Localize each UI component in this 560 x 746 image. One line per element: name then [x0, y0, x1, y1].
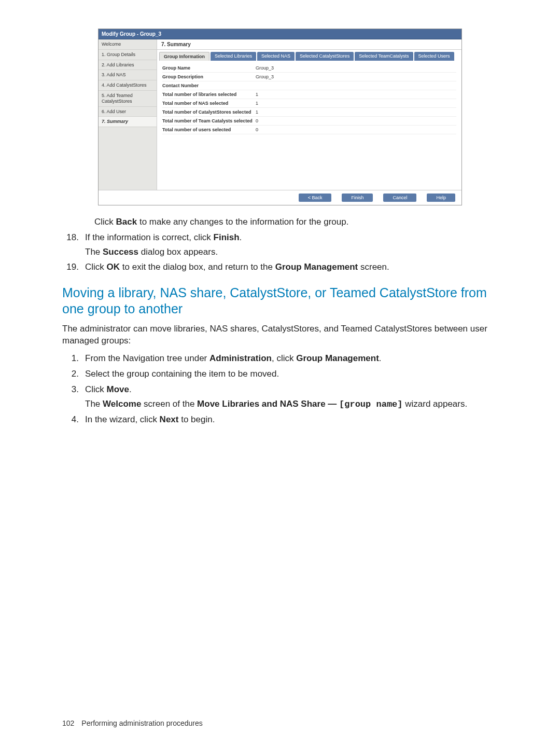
help-button[interactable]: Help	[427, 194, 455, 202]
label-total-team-catalysts: Total number of Team Catalysts selected	[162, 118, 256, 123]
move-step-3: 3. Click Move. The Welcome screen of the…	[62, 383, 498, 411]
label-group-name: Group Name	[162, 65, 256, 71]
back-button[interactable]: < Back	[299, 194, 332, 202]
value-group-description: Group_3	[256, 74, 456, 79]
move-step-4: 4. In the wizard, click Next to begin.	[62, 413, 498, 426]
value-total-team-catalysts: 0	[256, 118, 456, 123]
label-total-libraries: Total number of libraries selected	[162, 92, 256, 97]
step-add-libraries[interactable]: 2. Add Libraries	[99, 60, 157, 71]
summary-heading: 7. Summary	[157, 39, 461, 50]
step-number: 1.	[62, 352, 85, 365]
step-number: 4.	[62, 413, 85, 426]
move-step-2: 2. Select the group containing the item …	[62, 368, 498, 380]
step-number: 2.	[62, 368, 85, 380]
step-19: 19. Click OK to exit the dialog box, and…	[62, 261, 498, 273]
step-add-catalyststores[interactable]: 4. Add CatalystStores	[99, 80, 157, 91]
step-group-details[interactable]: 1. Group Details	[99, 50, 157, 60]
label-group-description: Group Description	[162, 74, 256, 79]
intro-paragraph: The administrator can move libraries, NA…	[62, 323, 498, 348]
page-number: 102	[62, 719, 74, 727]
step-add-user[interactable]: 6. Add User	[99, 107, 157, 117]
window-titlebar: Modify Group - Group_3	[99, 29, 461, 39]
move-step-1: 1. From the Navigation tree under Admini…	[62, 352, 498, 365]
label-contact-number: Contact Number	[162, 83, 256, 88]
step-welcome[interactable]: Welcome	[99, 39, 157, 50]
step-number: 3.	[62, 383, 85, 411]
wizard-button-bar: < Back Finish Cancel Help	[99, 190, 461, 205]
label-total-nas: Total number of NAS selected	[162, 101, 256, 106]
value-total-users: 0	[256, 127, 456, 132]
summary-table: Group NameGroup_3 Group DescriptionGroup…	[157, 61, 461, 190]
step-18: 18. If the information is correct, click…	[62, 231, 498, 258]
label-total-catalyststores: Total number of CatalystStores selected	[162, 109, 256, 115]
para-click-back: Click Back to make any changes to the in…	[62, 216, 498, 228]
step-summary[interactable]: 7. Summary	[99, 117, 157, 127]
page-footer: 102Performing administration procedures	[62, 719, 203, 727]
wizard-steps-panel: Welcome 1. Group Details 2. Add Librarie…	[99, 39, 157, 190]
step-number: 18.	[62, 231, 85, 258]
finish-button[interactable]: Finish	[342, 194, 373, 202]
tab-group-information[interactable]: Group Information	[159, 52, 209, 61]
section-heading: Moving a library, NAS share, CatalystSto…	[62, 285, 498, 317]
tab-selected-libraries[interactable]: Selected Libraries	[211, 52, 256, 61]
tab-selected-catalyststores[interactable]: Selected CatalystStores	[296, 52, 354, 61]
value-total-libraries: 1	[256, 92, 456, 97]
step-number: 19.	[62, 261, 85, 273]
step-add-teamed-catalyststores[interactable]: 5. Add Teamed CatalystStores	[99, 91, 157, 107]
wizard-screenshot: Modify Group - Group_3 Welcome 1. Group …	[98, 29, 462, 205]
label-total-users: Total number of users selected	[162, 127, 256, 132]
value-contact-number	[256, 83, 456, 88]
value-total-nas: 1	[256, 101, 456, 106]
value-total-catalyststores: 1	[256, 109, 456, 115]
value-group-name: Group_3	[256, 65, 456, 71]
tab-selected-teamcatalysts[interactable]: Selected TeamCatalysts	[355, 52, 413, 61]
footer-title: Performing administration procedures	[81, 719, 202, 727]
tab-selected-nas[interactable]: Selected NAS	[257, 52, 295, 61]
step-add-nas[interactable]: 3. Add NAS	[99, 70, 157, 80]
tab-selected-users[interactable]: Selected Users	[414, 52, 454, 61]
tab-strip: Group Information Selected Libraries Sel…	[157, 50, 461, 61]
cancel-button[interactable]: Cancel	[383, 194, 416, 202]
